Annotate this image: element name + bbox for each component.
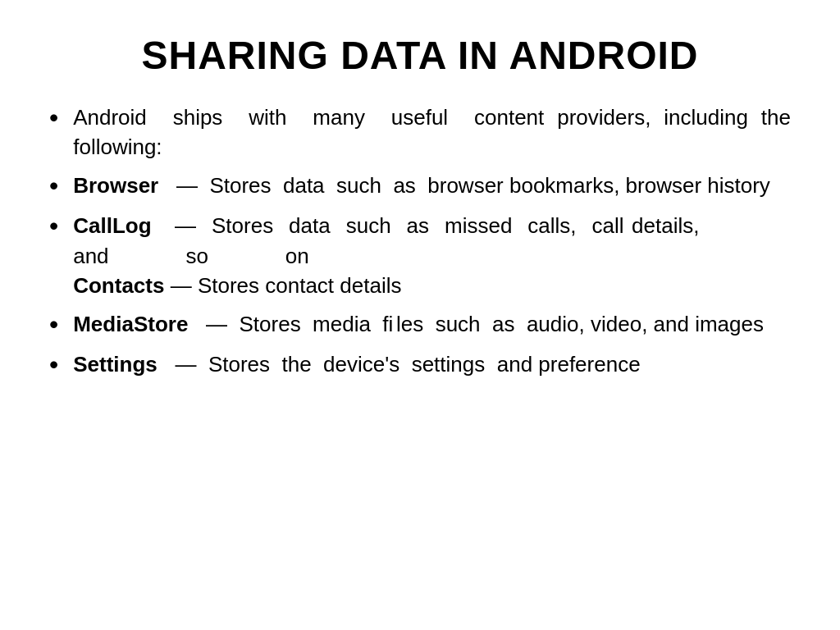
bullet-text: MediaStore — Stores media fi les such as… bbox=[73, 309, 791, 339]
bullet-description: — Stores data such as missed calls, call… bbox=[73, 213, 791, 298]
bold-term-contacts: Contacts bbox=[73, 273, 164, 298]
list-item: • Settings — Stores the device's setting… bbox=[49, 349, 791, 382]
bullet-description: — Stores media fi les such as audio, vid… bbox=[194, 312, 764, 336]
bold-term: MediaStore bbox=[73, 312, 188, 336]
bullet-dot: • bbox=[49, 101, 58, 135]
bold-term: CallLog bbox=[73, 213, 151, 238]
slide-title: SHARING DATA IN ANDROID bbox=[49, 33, 791, 78]
list-item: • Android ships with many useful content… bbox=[49, 103, 791, 162]
bullet-dot: • bbox=[49, 209, 58, 244]
bullet-dot: • bbox=[49, 169, 58, 203]
bullet-text: Browser — Stores data such as browser bo… bbox=[73, 171, 791, 200]
bullet-text: Android ships with many useful content p… bbox=[73, 103, 791, 162]
bullet-dot: • bbox=[49, 348, 58, 382]
bullet-description: — Stores data such as browser bookmarks,… bbox=[164, 173, 769, 198]
list-item: • Browser — Stores data such as browser … bbox=[49, 171, 791, 203]
bold-term: Browser bbox=[73, 173, 158, 198]
bullet-dot: • bbox=[49, 308, 58, 342]
bullet-text: CallLog — Stores data such as missed cal… bbox=[73, 211, 791, 300]
list-item: • CallLog — Stores data such as missed c… bbox=[49, 211, 791, 300]
slide: SHARING DATA IN ANDROID • Android ships … bbox=[0, 0, 840, 630]
list-item: • MediaStore — Stores media fi les such … bbox=[49, 309, 791, 342]
bullet-list: • Android ships with many useful content… bbox=[49, 103, 791, 597]
bullet-text: Settings — Stores the device's settings … bbox=[73, 349, 791, 379]
bold-term: Settings bbox=[73, 352, 158, 377]
bullet-description: — Stores the device's settings and prefe… bbox=[163, 352, 641, 377]
